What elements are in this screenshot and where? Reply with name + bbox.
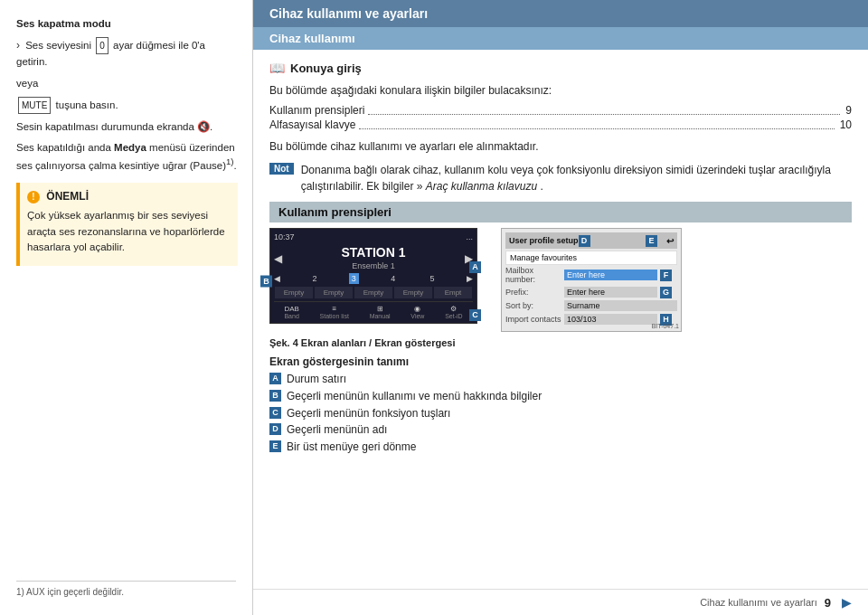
screen-left: 10:37 ... ◀ STATION 1 Ensemble 1 ▶ [269,228,477,324]
back-arrow[interactable]: ↩ [666,236,674,246]
empty-row: Empty Empty Empty Empty Empt [274,287,473,298]
btn-station-list[interactable]: ≡Station list [320,305,349,319]
desc-text: Bu bölümde cihaz kullanımı ve ayarları e… [269,138,852,155]
profile-header: User profile setup D E ↩ [505,232,677,249]
btn-manual[interactable]: ⊞Manual [370,305,391,319]
legend-row-a: A Durum satırı [269,372,852,387]
legend-row-c: C Geçerli menünün fonksiyon tuşları [269,406,852,421]
screen-top-bar: 10:37 ... [274,232,473,241]
legend-badge-a: A [269,373,281,384]
legend-text-a: Durum satırı [287,372,346,387]
screen-left-wrapper: 10:37 ... ◀ STATION 1 Ensemble 1 ▶ [269,228,477,332]
warning-box: ! ÖNEMLİ Çok yüksek ayarlanmış bir ses s… [16,183,238,266]
bit-tag: BIT-047.1 [652,323,679,329]
empty-5: Empt [434,287,472,298]
warning-icon: ! [27,191,40,203]
legend-row-d: D Geçerli menünün adı [269,422,852,438]
screen-right-wrapper: User profile setup D E ↩ Manage favourit… [501,228,682,332]
sortby-value[interactable]: Surname [564,300,677,311]
field-sortby: Sort by: Surname [505,300,677,311]
ch-right-arrow[interactable]: ▶ [467,274,473,283]
toc-label-1: Kullanım prensipleri [269,104,364,117]
toc-row-2: Alfasayısal klavye 10 [269,118,852,131]
channel-row: ◀ 2 3 4 5 ▶ [274,273,473,284]
note-label: Not [269,163,294,175]
toc-num-1: 9 [845,104,852,117]
btn-dab[interactable]: DABBand [284,305,298,319]
screen-right: User profile setup D E ↩ Manage favourit… [501,228,682,332]
badge-c: C [469,308,486,321]
right-column: Cihaz kullanımı ve ayarları Cihaz kullan… [253,0,868,615]
arrow-icon: › [16,39,20,52]
badge-f: F [660,270,672,281]
note-text: Donanıma bağlı olarak cihaz, kullanım ko… [301,162,852,194]
intro-text: Bu bölümde aşağıdaki konulara ilişkin bi… [269,82,852,99]
prev-arrow[interactable]: ◀ [274,252,282,265]
speaker-icon: 🔇 [197,121,210,132]
diagram-title: Ekran göstergesinin tanımı [269,355,852,368]
sub-header: Cihaz kullanımı [253,27,868,50]
dial-icon: 0 [96,37,108,54]
signal-dots: ... [466,232,473,241]
mute-desc: MUTE tuşuna basın. [16,97,238,114]
toc-row-1: Kullanım prensipleri 9 [269,104,852,117]
content-area: 📖 Konuya giriş Bu bölümde aşağıdaki konu… [253,50,868,589]
channel-4[interactable]: 4 [388,273,398,284]
legend-badge-b: B [269,390,281,402]
legend-text-e: Bir üst menüye geri dönme [287,440,416,455]
btn-view[interactable]: ◉View [410,305,424,319]
import-value[interactable]: 103/103 [564,314,657,325]
ses-desc2: Ses kapatıldığı anda Medya menüsü üzerin… [16,140,238,174]
btn-setup[interactable]: ⚙Set-iD [445,305,462,319]
veya-text: veya [16,76,238,91]
empty-1: Empty [275,287,313,298]
badge-e-inline: E [646,234,663,247]
warning-text: Çok yüksek ayarlanmış bir ses seviyesi a… [27,208,231,255]
nav-arrow-right[interactable]: ▶ [842,595,852,610]
station-row: ◀ STATION 1 Ensemble 1 ▶ [274,243,473,273]
empty-4: Empty [394,287,432,298]
menu-manage-fav[interactable]: Manage favourites [505,251,677,265]
channel-2[interactable]: 2 [309,273,319,284]
ensemble-name: Ensemble 1 [282,261,465,270]
page-number: 9 [825,596,831,610]
title-ses-kapatma: Ses kapatma modu [16,16,238,32]
field-prefix: Prefix: Enter here G [505,286,677,298]
sortby-label: Sort by: [505,301,564,310]
mailbox-input[interactable]: Enter here [564,270,657,280]
toc-num-2: 10 [840,118,852,131]
legend-text-c: Geçerli menünün fonksiyon tuşları [287,406,450,421]
figure-caption: Şek. 4 Ekran alanları / Ekran göstergesi [269,337,852,348]
screen-area: 10:37 ... ◀ STATION 1 Ensemble 1 ▶ [269,228,852,332]
channel-3[interactable]: 3 [349,273,359,284]
import-label: Import contacts [505,315,564,324]
empty-2: Empty [315,287,353,298]
legend-badge-d: D [269,423,281,435]
left-column: Ses kapatma modu › Ses seviyesini 0 ayar… [0,0,253,615]
badge-g: G [660,287,672,298]
sesin-desc: Sesin kapatılması durumunda ekranda 🔇. [16,119,238,135]
badge-a: A [469,260,486,273]
empty-3: Empty [354,287,392,298]
legend-row-b: B Geçerli menünün kullanımı ve menü hakk… [269,389,852,404]
time-display: 10:37 [274,232,295,241]
section-title-gray: Kullanım prensipleri [269,202,852,222]
field-mailbox: Mailbox number: Enter here F [505,266,677,284]
bottom-bar: DABBand ≡Station list ⊞Manual ◉View ⚙Set… [274,301,473,319]
legend-badge-e: E [269,440,281,452]
main-header: Cihaz kullanımı ve ayarları [253,0,868,27]
channel-5[interactable]: 5 [428,273,438,284]
prefix-label: Prefix: [505,288,564,297]
konuya-giris-header: 📖 Konuya giriş [269,61,852,75]
legend-text-b: Geçerli menünün kullanımı ve menü hakkın… [287,389,542,404]
mailbox-label: Mailbox number: [505,266,564,284]
legend-row-e: E Bir üst menüye geri dönme [269,440,852,455]
toc-label-2: Alfasayısal klavye [269,118,355,131]
page-footer: Cihaz kullanımı ve ayarları 9 ▶ [253,589,868,615]
toc-dots-1 [368,114,840,115]
note-box: Not Donanıma bağlı olarak cihaz, kullanı… [269,162,852,194]
badge-d-inline: D [579,234,596,247]
book-icon: 📖 [269,61,285,75]
station-name: STATION 1 [282,245,465,260]
prefix-input[interactable]: Enter here [564,287,657,298]
